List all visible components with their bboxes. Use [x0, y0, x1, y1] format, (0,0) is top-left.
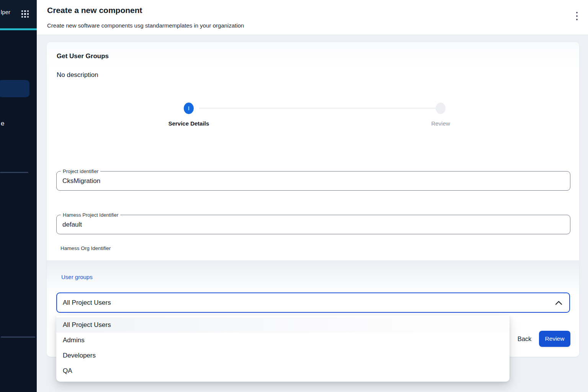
harness-org-identifier-label: Hamess Org Identifier — [60, 245, 111, 251]
apps-grid-icon[interactable] — [21, 10, 29, 18]
sidebar-app-title-partial: lper — [1, 9, 10, 15]
user-groups-link[interactable]: User groups — [61, 274, 93, 280]
sidebar-divider — [1, 336, 35, 338]
sidebar-item-partial-label[interactable]: e — [1, 120, 4, 127]
kebab-menu-icon[interactable] — [574, 12, 580, 20]
user-groups-dropdown: All Project Users Admins Developers QA — [56, 315, 510, 382]
project-identifier-input[interactable] — [62, 172, 560, 190]
harness-project-identifier-field: Hamess Project Identifier — [56, 215, 570, 234]
dropdown-option-admins[interactable]: Admins — [56, 333, 510, 348]
template-form-card: Get User Groups No description I Service… — [47, 42, 579, 357]
sidebar-item-selected[interactable] — [0, 80, 29, 97]
step-review-indicator[interactable] — [436, 103, 446, 114]
page-title: Create a new component — [47, 6, 142, 15]
dropdown-option-qa[interactable]: QA — [56, 363, 510, 379]
user-groups-select-value: All Project Users — [63, 299, 111, 307]
step-label-review: Review — [414, 120, 467, 127]
harness-project-identifier-input[interactable] — [62, 216, 560, 234]
page-header: Create a new component Create new softwa… — [37, 0, 588, 34]
dropdown-option-all-project-users[interactable]: All Project Users — [56, 317, 510, 333]
step-service-details-indicator[interactable]: I — [184, 103, 194, 114]
sidebar-accent-bar — [0, 28, 37, 30]
step-label-service-details: Service Details — [145, 120, 232, 127]
review-button[interactable]: Review — [539, 331, 570, 347]
chevron-up-icon — [555, 301, 562, 305]
sidebar-divider — [0, 172, 28, 173]
sidebar-header: lper — [0, 0, 37, 28]
stepper-connector — [199, 108, 436, 108]
user-groups-select[interactable]: All Project Users — [56, 292, 570, 313]
project-identifier-field: Project identifier — [56, 171, 570, 191]
template-description: No description — [57, 71, 98, 79]
page-subtitle: Create new software components usg stand… — [47, 22, 244, 29]
back-button[interactable]: Back — [511, 332, 538, 346]
sidebar: lper e — [0, 0, 37, 392]
template-title: Get User Groups — [57, 52, 109, 60]
dropdown-option-developers[interactable]: Developers — [56, 348, 510, 363]
